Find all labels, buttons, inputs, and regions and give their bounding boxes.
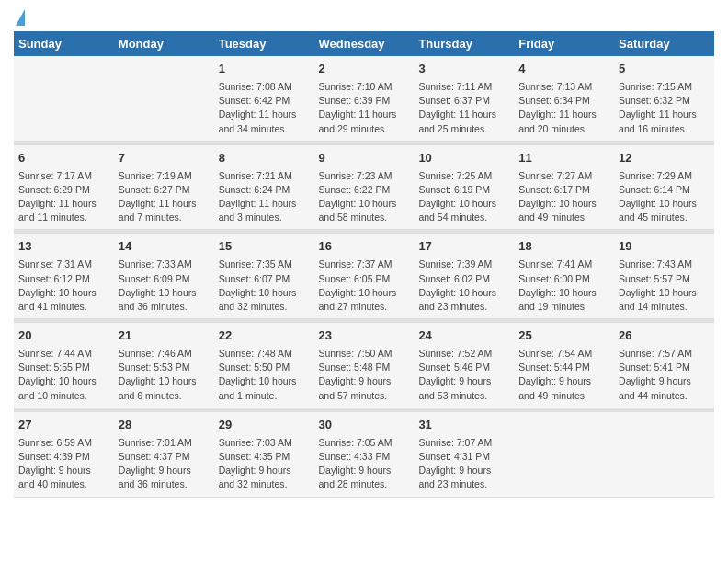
day-number: 3 — [418, 61, 509, 78]
day-number: 10 — [418, 150, 509, 167]
col-header-wednesday: Wednesday — [314, 31, 415, 56]
day-number: 23 — [319, 327, 410, 345]
col-header-monday: Monday — [114, 31, 214, 56]
day-info: Sunrise: 7:07 AM Sunset: 4:31 PM Dayligh… — [418, 436, 509, 492]
calendar-cell: 6Sunrise: 7:17 AM Sunset: 6:29 PM Daylig… — [14, 144, 114, 230]
calendar-cell: 25Sunrise: 7:54 AM Sunset: 5:44 PM Dayli… — [514, 323, 614, 408]
col-header-saturday: Saturday — [614, 31, 714, 56]
day-number: 16 — [319, 238, 410, 256]
day-info: Sunrise: 7:03 AM Sunset: 4:35 PM Dayligh… — [219, 436, 310, 492]
day-info: Sunrise: 6:59 AM Sunset: 4:39 PM Dayligh… — [18, 436, 109, 492]
day-info: Sunrise: 7:13 AM Sunset: 6:34 PM Dayligh… — [518, 80, 609, 136]
day-number: 1 — [219, 61, 310, 78]
day-number: 7 — [119, 150, 210, 167]
calendar-cell: 1Sunrise: 7:08 AM Sunset: 6:42 PM Daylig… — [214, 56, 314, 141]
calendar-table: SundayMondayTuesdayWednesdayThursdayFrid… — [14, 31, 714, 498]
day-info: Sunrise: 7:15 AM Sunset: 6:32 PM Dayligh… — [619, 80, 710, 136]
calendar-cell — [114, 56, 214, 141]
day-info: Sunrise: 7:57 AM Sunset: 5:41 PM Dayligh… — [619, 347, 710, 403]
day-number: 15 — [219, 238, 310, 256]
calendar-cell: 18Sunrise: 7:41 AM Sunset: 6:00 PM Dayli… — [514, 234, 614, 319]
calendar-cell: 27Sunrise: 6:59 AM Sunset: 4:39 PM Dayli… — [14, 411, 114, 497]
day-number: 4 — [518, 61, 609, 78]
day-info: Sunrise: 7:10 AM Sunset: 6:39 PM Dayligh… — [319, 80, 410, 136]
day-info: Sunrise: 7:33 AM Sunset: 6:09 PM Dayligh… — [119, 258, 210, 314]
calendar-cell: 21Sunrise: 7:46 AM Sunset: 5:53 PM Dayli… — [114, 323, 214, 408]
day-number: 25 — [518, 327, 609, 345]
day-info: Sunrise: 7:54 AM Sunset: 5:44 PM Dayligh… — [518, 347, 609, 403]
day-info: Sunrise: 7:52 AM Sunset: 5:46 PM Dayligh… — [418, 347, 509, 403]
col-header-thursday: Thursday — [414, 31, 514, 56]
calendar-cell: 30Sunrise: 7:05 AM Sunset: 4:33 PM Dayli… — [314, 411, 415, 497]
calendar-cell: 23Sunrise: 7:50 AM Sunset: 5:48 PM Dayli… — [314, 323, 415, 408]
day-number: 18 — [518, 238, 609, 256]
day-number: 8 — [219, 150, 310, 167]
calendar-cell: 15Sunrise: 7:35 AM Sunset: 6:07 PM Dayli… — [214, 234, 314, 319]
col-header-sunday: Sunday — [14, 31, 114, 56]
day-info: Sunrise: 7:08 AM Sunset: 6:42 PM Dayligh… — [219, 80, 310, 136]
day-number: 31 — [418, 417, 509, 434]
day-info: Sunrise: 7:27 AM Sunset: 6:17 PM Dayligh… — [518, 169, 609, 225]
col-header-friday: Friday — [514, 31, 614, 56]
calendar-cell: 8Sunrise: 7:21 AM Sunset: 6:24 PM Daylig… — [214, 144, 314, 230]
day-info: Sunrise: 7:25 AM Sunset: 6:19 PM Dayligh… — [418, 169, 509, 225]
calendar-cell: 12Sunrise: 7:29 AM Sunset: 6:14 PM Dayli… — [614, 144, 714, 230]
day-info: Sunrise: 7:39 AM Sunset: 6:02 PM Dayligh… — [418, 258, 509, 314]
calendar-cell — [514, 411, 614, 497]
calendar-cell: 24Sunrise: 7:52 AM Sunset: 5:46 PM Dayli… — [414, 323, 514, 408]
calendar-cell: 2Sunrise: 7:10 AM Sunset: 6:39 PM Daylig… — [314, 56, 415, 141]
day-info: Sunrise: 7:23 AM Sunset: 6:22 PM Dayligh… — [319, 169, 410, 225]
day-number: 22 — [219, 327, 310, 345]
calendar-cell: 16Sunrise: 7:37 AM Sunset: 6:05 PM Dayli… — [314, 234, 415, 319]
day-number: 19 — [619, 238, 710, 256]
calendar-cell: 13Sunrise: 7:31 AM Sunset: 6:12 PM Dayli… — [14, 234, 114, 319]
day-number: 21 — [119, 327, 210, 345]
calendar-cell: 14Sunrise: 7:33 AM Sunset: 6:09 PM Dayli… — [114, 234, 214, 319]
calendar-cell: 26Sunrise: 7:57 AM Sunset: 5:41 PM Dayli… — [614, 323, 714, 408]
calendar-week-row: 20Sunrise: 7:44 AM Sunset: 5:55 PM Dayli… — [14, 323, 714, 408]
day-info: Sunrise: 7:43 AM Sunset: 5:57 PM Dayligh… — [619, 258, 710, 314]
calendar-cell — [614, 411, 714, 497]
calendar-cell: 4Sunrise: 7:13 AM Sunset: 6:34 PM Daylig… — [514, 56, 614, 141]
calendar-week-row: 27Sunrise: 6:59 AM Sunset: 4:39 PM Dayli… — [14, 411, 714, 497]
day-number: 13 — [18, 238, 109, 256]
day-number: 20 — [18, 327, 109, 345]
calendar-cell — [14, 56, 114, 141]
day-number: 24 — [418, 327, 509, 345]
page-header — [14, 9, 714, 26]
day-info: Sunrise: 7:48 AM Sunset: 5:50 PM Dayligh… — [219, 347, 310, 403]
day-info: Sunrise: 7:05 AM Sunset: 4:33 PM Dayligh… — [319, 436, 410, 492]
day-info: Sunrise: 7:37 AM Sunset: 6:05 PM Dayligh… — [319, 258, 410, 314]
day-info: Sunrise: 7:31 AM Sunset: 6:12 PM Dayligh… — [18, 258, 109, 314]
day-number: 27 — [18, 417, 109, 434]
day-number: 17 — [418, 238, 509, 256]
calendar-cell: 19Sunrise: 7:43 AM Sunset: 5:57 PM Dayli… — [614, 234, 714, 319]
day-info: Sunrise: 7:29 AM Sunset: 6:14 PM Dayligh… — [619, 169, 710, 225]
calendar-cell: 11Sunrise: 7:27 AM Sunset: 6:17 PM Dayli… — [514, 144, 614, 230]
calendar-cell: 7Sunrise: 7:19 AM Sunset: 6:27 PM Daylig… — [114, 144, 214, 230]
day-info: Sunrise: 7:21 AM Sunset: 6:24 PM Dayligh… — [219, 169, 310, 225]
calendar-cell: 22Sunrise: 7:48 AM Sunset: 5:50 PM Dayli… — [214, 323, 314, 408]
calendar-week-row: 6Sunrise: 7:17 AM Sunset: 6:29 PM Daylig… — [14, 144, 714, 230]
calendar-cell: 10Sunrise: 7:25 AM Sunset: 6:19 PM Dayli… — [414, 144, 514, 230]
day-number: 11 — [518, 150, 609, 167]
calendar-cell: 20Sunrise: 7:44 AM Sunset: 5:55 PM Dayli… — [14, 323, 114, 408]
day-number: 28 — [119, 417, 210, 434]
day-number: 9 — [319, 150, 410, 167]
calendar-cell: 17Sunrise: 7:39 AM Sunset: 6:02 PM Dayli… — [414, 234, 514, 319]
day-info: Sunrise: 7:01 AM Sunset: 4:37 PM Dayligh… — [119, 436, 210, 492]
calendar-cell: 5Sunrise: 7:15 AM Sunset: 6:32 PM Daylig… — [614, 56, 714, 141]
calendar-week-row: 13Sunrise: 7:31 AM Sunset: 6:12 PM Dayli… — [14, 234, 714, 319]
calendar-cell: 29Sunrise: 7:03 AM Sunset: 4:35 PM Dayli… — [214, 411, 314, 497]
calendar-cell: 31Sunrise: 7:07 AM Sunset: 4:31 PM Dayli… — [414, 411, 514, 497]
day-number: 14 — [119, 238, 210, 256]
day-info: Sunrise: 7:50 AM Sunset: 5:48 PM Dayligh… — [319, 347, 410, 403]
logo-triangle-icon — [16, 9, 25, 26]
day-info: Sunrise: 7:35 AM Sunset: 6:07 PM Dayligh… — [219, 258, 310, 314]
day-number: 6 — [18, 150, 109, 167]
day-number: 29 — [219, 417, 310, 434]
day-info: Sunrise: 7:46 AM Sunset: 5:53 PM Dayligh… — [119, 347, 210, 403]
day-number: 12 — [619, 150, 710, 167]
col-header-tuesday: Tuesday — [214, 31, 314, 56]
calendar-week-row: 1Sunrise: 7:08 AM Sunset: 6:42 PM Daylig… — [14, 56, 714, 141]
